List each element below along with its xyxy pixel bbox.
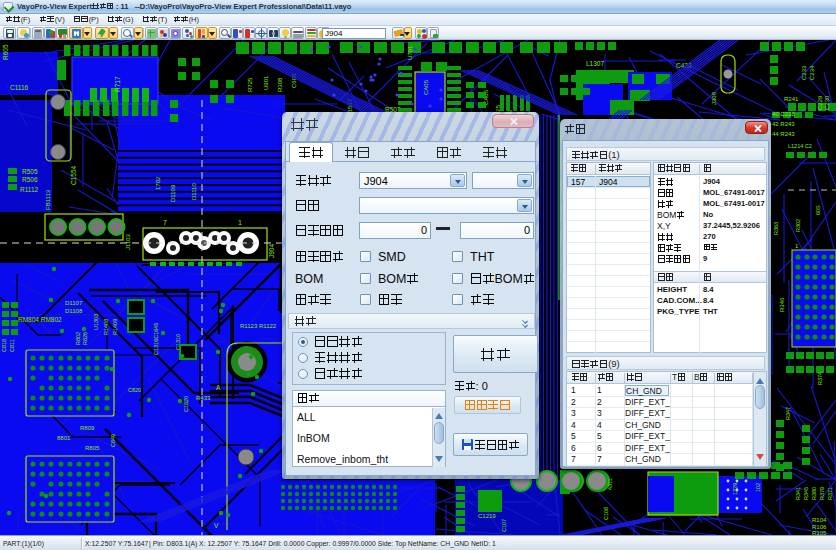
svg-text:R302: R302: [795, 219, 801, 232]
svg-text:L1307: L1307: [586, 60, 604, 67]
svg-text:D1108: D1108: [65, 308, 83, 314]
svg-text:C234: C234: [809, 65, 815, 80]
svg-text:C1116: C1116: [10, 84, 29, 91]
svg-text:7: 7: [163, 219, 167, 226]
svg-text:R1409: R1409: [112, 319, 118, 335]
svg-text:42 R243: 42 R243: [772, 121, 795, 127]
svg-text:D1109: D1109: [170, 184, 176, 202]
svg-text:C1554: C1554: [70, 165, 77, 185]
svg-text:R379: R379: [819, 487, 825, 500]
svg-text:R725: R725: [247, 77, 253, 92]
svg-text:R363: R363: [773, 222, 779, 235]
svg-text:R374: R374: [817, 372, 823, 385]
svg-text:R809: R809: [80, 425, 95, 431]
svg-text:8801: 8801: [57, 435, 71, 441]
svg-text:U1303: U1303: [93, 314, 99, 330]
svg-text:1702: 1702: [155, 176, 161, 190]
svg-text:J308: J308: [711, 91, 717, 105]
svg-text:C233: C233: [801, 65, 807, 80]
svg-text:U701: U701: [407, 45, 413, 60]
svg-text:R104: R104: [812, 517, 827, 523]
svg-text:U901: U901: [263, 75, 269, 90]
svg-text:R241: R241: [784, 96, 799, 102]
svg-text:R1112: R1112: [20, 186, 39, 193]
svg-text:J1103: J1103: [125, 233, 131, 250]
svg-text:C849: C849: [110, 434, 116, 447]
svg-text:R605: R605: [2, 44, 9, 60]
svg-text:L1214 C2: L1214 C2: [788, 143, 812, 149]
svg-text:C820: C820: [128, 387, 141, 393]
svg-text:R506: R506: [22, 176, 38, 183]
svg-text:C1219: C1219: [478, 513, 496, 519]
svg-text:C107: C107: [501, 519, 507, 532]
svg-text:R371: R371: [827, 487, 833, 500]
svg-text:1: 1: [238, 219, 242, 226]
svg-text:R505: R505: [22, 168, 38, 175]
svg-text:R826: R826: [82, 332, 88, 345]
svg-text:RM804 RM802: RM804 RM802: [18, 316, 62, 323]
svg-text:R346: R346: [779, 297, 785, 312]
svg-text:C230: C230: [824, 95, 830, 110]
svg-text:44 R243: 44 R243: [772, 131, 795, 137]
svg-text:C1316C1645: C1316C1645: [153, 323, 159, 355]
svg-text:R805: R805: [85, 445, 100, 451]
svg-text:FB1113: FB1113: [45, 189, 51, 210]
svg-text:C1820: C1820: [183, 396, 189, 412]
svg-text:R1408: R1408: [103, 319, 109, 335]
svg-text:R308: R308: [277, 77, 283, 92]
svg-text:A: A: [216, 384, 221, 391]
svg-text:D1110: D1110: [191, 183, 197, 200]
svg-text:R341: R341: [795, 487, 801, 500]
svg-text:CA05: CA05: [423, 79, 429, 95]
svg-text:60S: 60S: [815, 205, 821, 215]
svg-text:C811: C811: [9, 339, 15, 352]
svg-text:C108: C108: [603, 507, 609, 520]
svg-text:R433: R433: [196, 395, 211, 401]
svg-text:R380: R380: [811, 487, 817, 500]
svg-text:R802: R802: [75, 332, 81, 345]
svg-text:V: V: [214, 522, 219, 529]
svg-text:C818: C818: [1, 339, 7, 352]
svg-text:R717: R717: [114, 76, 121, 92]
svg-text:102: 102: [755, 483, 761, 492]
svg-text:40 C228: 40 C228: [772, 111, 795, 117]
svg-text:R347: R347: [785, 407, 791, 420]
svg-text:C229: C229: [817, 95, 823, 110]
svg-text:R345: R345: [803, 487, 809, 500]
svg-text:D1107: D1107: [65, 300, 83, 306]
svg-text:J904: J904: [268, 244, 275, 258]
svg-text:1229: 1229: [732, 483, 738, 495]
svg-text:R1123 R1122: R1123 R1122: [240, 323, 277, 329]
